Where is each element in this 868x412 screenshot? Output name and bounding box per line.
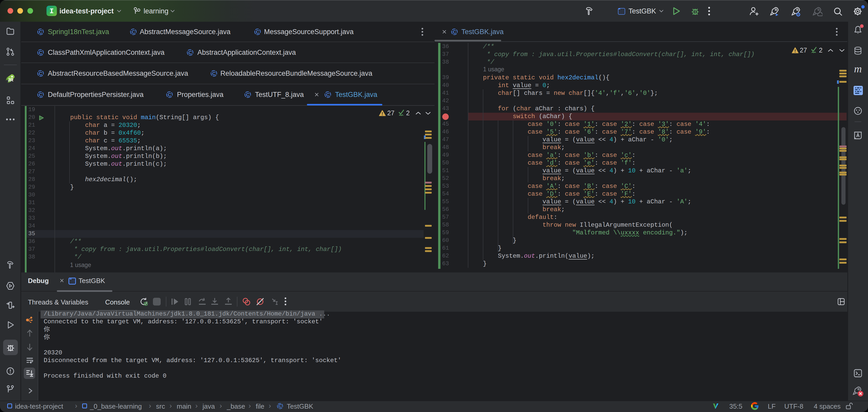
svg-text:C: C: [168, 92, 171, 97]
svg-text:C: C: [212, 71, 216, 76]
svg-text:C: C: [246, 92, 250, 97]
svg-text:C: C: [39, 92, 42, 97]
svg-text:C: C: [188, 50, 192, 55]
svg-text:C: C: [39, 29, 42, 35]
svg-text:C: C: [326, 92, 330, 97]
svg-text:C: C: [278, 404, 282, 409]
svg-text:C: C: [453, 29, 456, 35]
svg-text:C: C: [256, 29, 259, 35]
svg-text:C: C: [39, 71, 42, 76]
svg-text:C: C: [39, 50, 42, 55]
svg-text:C: C: [131, 29, 135, 35]
